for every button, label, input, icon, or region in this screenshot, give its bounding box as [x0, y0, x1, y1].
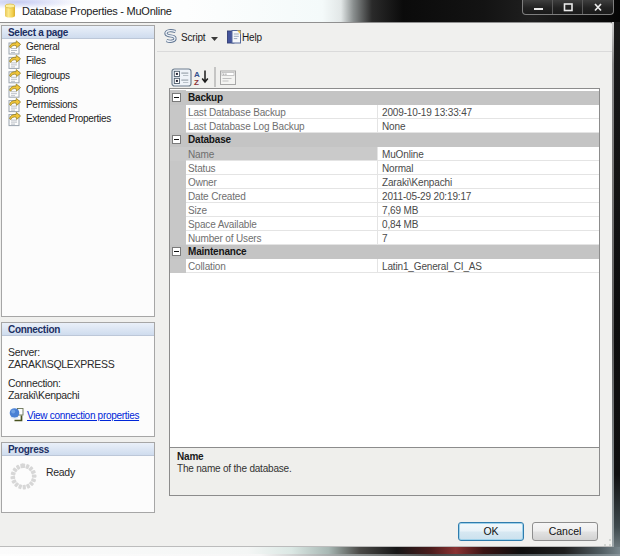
svg-text:Z: Z	[194, 78, 199, 87]
